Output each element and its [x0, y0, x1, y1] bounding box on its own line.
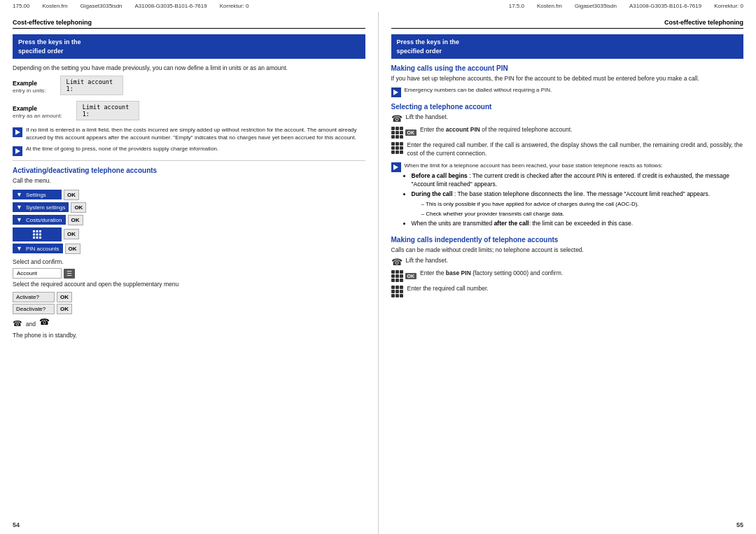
- right-model: Gigaset3035isdn: [575, 3, 617, 9]
- example1-box-col: Limit account1:: [60, 76, 123, 98]
- right-code: A31008-G3035-B101-6-7619: [629, 3, 701, 9]
- blue-box-right-line2: specified order: [397, 48, 442, 55]
- left-fm: Kosten.fm: [42, 3, 67, 9]
- bullet-after-text: When the units are transmitted after the…: [412, 220, 634, 227]
- pin-arrow-icon: ▼: [16, 245, 22, 252]
- example1-sub: entry in units:: [13, 87, 46, 94]
- activating-section-title: Activating/deactivating telephone accoun…: [13, 167, 365, 174]
- limit-arrow-icon: [393, 164, 398, 170]
- step3-text: Select the required account and open the…: [13, 281, 365, 289]
- note2-row: At the time of going to press, none of t…: [13, 146, 365, 156]
- svg-rect-1: [36, 230, 38, 232]
- menu-row-system: ▼ System settings OK: [13, 202, 365, 213]
- example1-box: Limit account1:: [60, 76, 123, 95]
- keypad-icon-4: [391, 286, 404, 298]
- top-bar: 175.00 Kosten.fm Gigaset3035isdn A31008-…: [0, 0, 756, 12]
- step-call-menu: Call the menu.: [13, 177, 365, 185]
- note1-text: If no limit is entered in a limit field,…: [26, 127, 365, 142]
- system-ok: OK: [71, 202, 86, 213]
- page-number-left: 54: [13, 521, 20, 528]
- menu-row-settings: ▼ Settings OK: [13, 190, 365, 200]
- account-menu-icon: ☰: [64, 269, 75, 279]
- activate-ok: OK: [57, 292, 72, 302]
- emergency-arrow-icon: [393, 90, 398, 95]
- account-label: Account: [17, 270, 37, 276]
- step-select-confirm: Select and confirm.: [13, 258, 365, 267]
- step-base-pin-row: OK Enter the base PIN (factory setting 0…: [391, 269, 744, 283]
- right-korrektur: Korrektur: 0: [714, 3, 743, 9]
- phone-icon: ☎: [13, 319, 22, 328]
- step-call-menu-text: Call the menu.: [13, 177, 51, 185]
- bullet-before-title: Before a call begins: [412, 172, 468, 179]
- divider: [13, 160, 365, 161]
- keypad-ok-group-2: OK: [391, 269, 417, 283]
- blue-box-left-line2: specified order: [18, 48, 64, 55]
- settings-btn: ▼ Settings: [13, 190, 62, 199]
- example2-sub: entry as an amount:: [13, 113, 62, 119]
- note2-text: At the time of going to press, none of t…: [26, 146, 218, 153]
- right-page-header: Cost-effective telephoning: [391, 19, 744, 29]
- step-and-text: ☎ and ☎: [13, 316, 49, 329]
- keypad-icon-3: [391, 270, 404, 283]
- blue-box-right: Press the keys in the specified order: [391, 34, 744, 59]
- deactivate-btn: Deactivate?: [13, 304, 55, 314]
- emergency-note-text: Emergency numbers can be dialled without…: [405, 87, 552, 94]
- menu-row-pin: ▼ PIN accounts OK: [13, 244, 365, 254]
- step-ok-text: Enter the account PIN of the required te…: [420, 126, 572, 134]
- settings-arrow-icon: ▼: [16, 191, 22, 198]
- section3-intro: Calls can be made without credit limits;…: [391, 246, 744, 255]
- bullet-during-text: : The base station telephone disconnects…: [454, 190, 710, 197]
- and-label: and: [26, 321, 36, 328]
- lift-handset2-row: ☎ Lift the handset.: [391, 257, 744, 267]
- top-bar-left: 175.00 Kosten.fm Gigaset3035isdn A31008-…: [13, 3, 249, 9]
- limit-note-row: When the limit for a telephone account h…: [391, 162, 744, 230]
- emergency-note-row: Emergency numbers can be dialled without…: [391, 87, 744, 97]
- blue-box-right-line1: Press the keys in the: [397, 38, 460, 45]
- step-num-row: Enter the required call number. If the c…: [391, 141, 744, 158]
- bullet-during: During the call : The base station telep…: [412, 190, 744, 217]
- menu-row-costs: ▼ Costs/duration OK: [13, 215, 365, 225]
- settings-label: Settings: [26, 192, 46, 198]
- standby-text: The phone is in standby.: [13, 332, 365, 340]
- step-base-pin-text: Enter the base PIN (factory setting 0000…: [420, 269, 563, 278]
- pin-label: PIN accounts: [26, 246, 59, 252]
- pages-container: Cost-effective telephoning Press the key…: [0, 12, 756, 534]
- svg-text:☎: ☎: [39, 317, 49, 326]
- dash1: This is only possible if you have applie…: [421, 200, 744, 208]
- system-arrow-icon: ▼: [16, 204, 22, 211]
- top-bar-right: 17.5.0 Kosten.fm Gigaset3035isdn A31008-…: [509, 3, 743, 9]
- keypad-icon-2-wrap: [391, 141, 404, 155]
- lift-handset2-text: Lift the handset.: [406, 257, 449, 265]
- example1: Example entry in units:: [13, 76, 46, 98]
- making-calls-section-title: Making calls using the account PIN: [391, 64, 744, 72]
- svg-rect-6: [33, 237, 35, 239]
- limit-note-content: When the limit for a telephone account h…: [405, 162, 744, 230]
- pin-btn: ▼ PIN accounts: [13, 244, 63, 253]
- activate-row: Activate? OK: [13, 292, 365, 302]
- selecting-account-title: Selecting a telephone account: [391, 103, 744, 111]
- note1-icon: [13, 127, 22, 137]
- left-model: Gigaset3035isdn: [80, 3, 122, 9]
- example2: Example entry as an amount:: [13, 101, 62, 123]
- making-calls-independent-title: Making calls independently of telephone …: [391, 236, 744, 244]
- blue-box-left-line1: Press the keys in the: [18, 38, 81, 45]
- examples-row2: Example entry as an amount: Limit accoun…: [13, 101, 365, 123]
- step-num-text: Enter the required call number. If the c…: [407, 141, 744, 158]
- lift-handset-row: ☎ Lift the handset.: [391, 113, 744, 124]
- right-page: Cost-effective telephoning Press the key…: [379, 12, 757, 534]
- note1-row: If no limit is entered in a limit field,…: [13, 127, 365, 142]
- step-select-confirm-text: Select and confirm.: [13, 258, 64, 267]
- menu-row-icon: OK: [13, 227, 365, 241]
- limit-note-text: When the limit for a telephone account h…: [405, 162, 663, 169]
- note2-arrow-icon: [15, 148, 20, 154]
- svg-rect-3: [33, 233, 35, 235]
- limit-note-icon: [391, 162, 401, 172]
- account-row: Account ☰: [13, 268, 365, 279]
- bullet-before: Before a call begins : The current credi…: [412, 172, 744, 189]
- examples-row: Example entry in units: Limit account1:: [13, 76, 365, 98]
- keypad-icon-2: [391, 142, 404, 155]
- step-and-row: ☎ and ☎: [13, 316, 365, 329]
- left-page: Cost-effective telephoning Press the key…: [0, 12, 379, 534]
- activate-btn: Activate?: [13, 292, 55, 302]
- settings-ok: OK: [64, 190, 79, 200]
